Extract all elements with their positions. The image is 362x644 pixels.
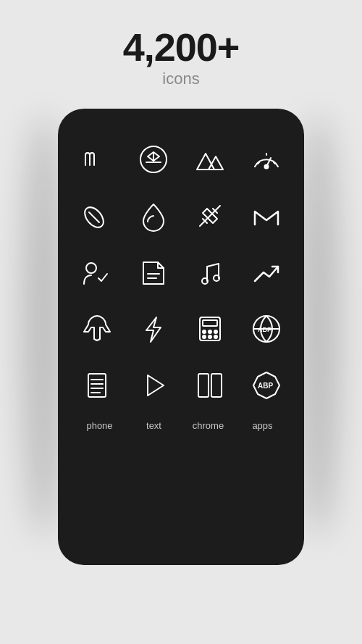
capsule-icon <box>72 191 122 241</box>
svg-text:ABP: ABP <box>258 382 273 390</box>
trending-up-icon <box>242 248 291 297</box>
svg-rect-23 <box>198 374 209 397</box>
svg-line-3 <box>89 212 99 222</box>
svg-text:ABP: ABP <box>258 326 272 333</box>
svg-point-11 <box>209 330 211 333</box>
icon-subtitle: icons <box>123 70 240 88</box>
metro-m-icon <box>242 191 291 241</box>
svg-point-13 <box>203 335 206 338</box>
airplane-icon <box>72 304 122 354</box>
svg-point-14 <box>209 335 211 338</box>
svg-rect-18 <box>88 374 106 397</box>
no-write-icon <box>185 191 235 241</box>
mountains-icon <box>185 135 235 184</box>
carto-icon <box>129 135 178 184</box>
header: 4,200+ icons <box>123 28 240 88</box>
droplet-icon <box>129 191 178 241</box>
lightning-icon <box>129 304 178 354</box>
icon-count: 4,200+ <box>123 28 240 67</box>
labels-row: phone text chrome apps <box>72 420 290 431</box>
svg-line-4 <box>200 206 220 226</box>
svg-point-12 <box>214 330 217 333</box>
svg-point-5 <box>86 263 96 273</box>
svg-point-1 <box>265 165 269 169</box>
speedometer-icon <box>242 135 291 184</box>
two-columns-icon <box>185 361 235 410</box>
phone-frame: ABP AB <box>58 109 304 565</box>
label-phone: phone <box>72 420 127 431</box>
globe-abp-icon: ABP <box>242 304 291 354</box>
label-text: text <box>127 420 181 431</box>
music-icon <box>185 248 235 297</box>
calculator-icon <box>185 304 235 354</box>
label-apps: apps <box>235 420 290 431</box>
list-lines-icon <box>72 361 122 410</box>
folded-page-icon <box>129 248 178 297</box>
icon-grid: ABP AB <box>72 135 290 410</box>
svg-point-10 <box>203 330 206 333</box>
play-triangle-icon <box>129 361 178 410</box>
svg-rect-9 <box>203 320 217 326</box>
svg-rect-24 <box>211 374 222 397</box>
adblock-plus-icon: ABP <box>242 361 291 410</box>
nubank-icon <box>72 135 122 184</box>
label-chrome: chrome <box>181 420 235 431</box>
svg-point-15 <box>214 335 217 338</box>
person-check-icon <box>72 248 122 297</box>
